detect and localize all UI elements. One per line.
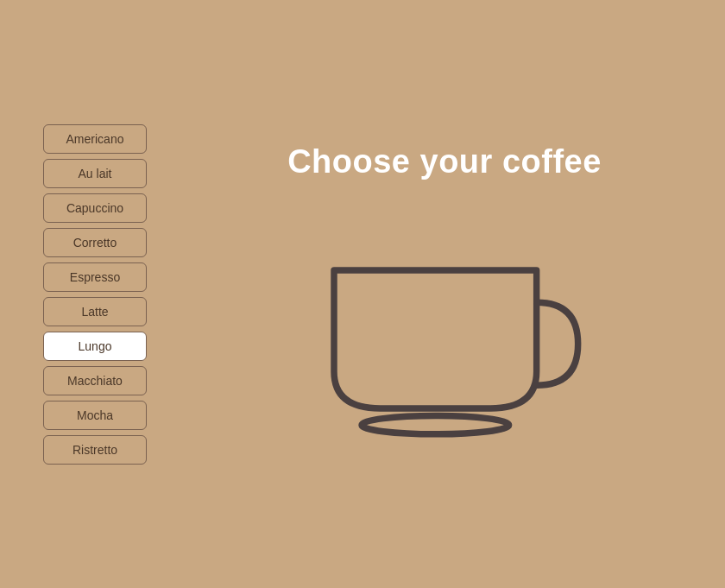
main-container: AmericanoAu laitCapuccinoCorrettoEspress…	[0, 0, 725, 588]
coffee-cup-illustration	[306, 215, 583, 446]
coffee-option-lungo[interactable]: Lungo	[43, 332, 147, 361]
coffee-option-capuccino[interactable]: Capuccino	[43, 193, 147, 223]
coffee-option-macchiato[interactable]: Macchiato	[43, 366, 147, 395]
svg-point-0	[362, 415, 509, 433]
coffee-option-latte[interactable]: Latte	[43, 297, 147, 326]
content-area: Choose your coffee	[164, 0, 725, 588]
coffee-option-americano[interactable]: Americano	[43, 124, 147, 154]
coffee-option-espresso[interactable]: Espresso	[43, 262, 147, 292]
coffee-option-mocha[interactable]: Mocha	[43, 401, 147, 430]
coffee-option-corretto[interactable]: Corretto	[43, 228, 147, 257]
sidebar: AmericanoAu laitCapuccinoCorrettoEspress…	[0, 90, 164, 499]
coffee-option-ristretto[interactable]: Ristretto	[43, 435, 147, 465]
coffee-option-au-lait[interactable]: Au lait	[43, 159, 147, 188]
page-title: Choose your coffee	[287, 143, 602, 180]
